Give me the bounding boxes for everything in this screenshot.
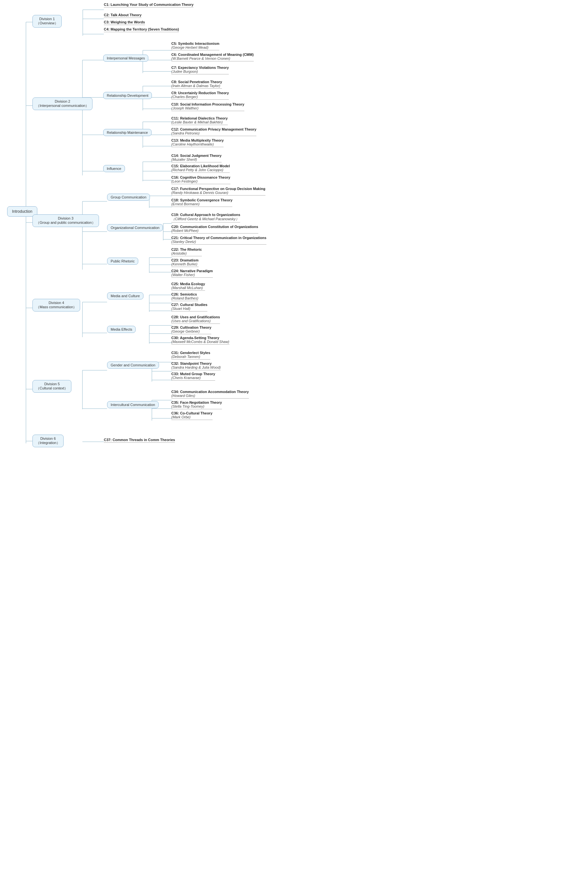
division3-label: Division 3 （Group and public communicati… xyxy=(36,216,95,225)
c36-label: C36: Co-Cultural Theory xyxy=(171,411,213,415)
gender-comm-box: Gender and Communication xyxy=(107,361,159,369)
c32-text: C32: Standpoint Theory (Sandra Harding &… xyxy=(171,361,220,369)
influence-label: Influence xyxy=(107,167,122,170)
c11a-label: (Leslie Baxter & Mikhail Bakhtin) xyxy=(171,120,223,124)
c10-label: C10: Social Information Processing Theor… xyxy=(171,102,244,106)
c15-label: C15: Elaboration Likelihood Model xyxy=(171,164,230,168)
relationship-maint-node: Relationship Maintenance xyxy=(103,129,152,136)
c17-text: C17: Functional Perspective on Group Dec… xyxy=(171,187,266,194)
c23a-label: (Kenneth Burke) xyxy=(171,262,197,266)
c12a-label: (Sandra Petronio) xyxy=(171,131,200,135)
mind-map-diagram: .conn { fill:none; stroke:#8ab4c8; strok… xyxy=(0,0,294,455)
c1-label: C1: Launching Your Study of Communicatio… xyxy=(104,3,194,6)
c14-node: C14: Social Judgment Theory (Muzafer She… xyxy=(171,153,222,163)
c16-text: C16: Cognitive Dissonance Theory (Leon F… xyxy=(171,175,230,183)
c13a-label: (Caroline Haythornthwaite) xyxy=(171,142,214,146)
c26-label: C26: Semiotics xyxy=(171,292,197,296)
c36-node: C36: Co-Cultural Theory (Mark Orbe) xyxy=(171,411,213,421)
interpersonal-messages-label: Interpersonal Messages xyxy=(107,56,145,60)
media-effects-box: Media Effects xyxy=(107,326,136,333)
division2-label: Division 2 （Interpersonal communication） xyxy=(36,99,89,108)
group-comm-node: Group Communication xyxy=(107,194,150,201)
c5-node: C5: Symbolic Interactionism (George Herb… xyxy=(171,42,219,51)
c16-node: C16: Cognitive Dissonance Theory (Leon F… xyxy=(171,175,230,185)
public-rhetoric-box: Public Rhetoric xyxy=(107,257,138,265)
c12-node: C12: Communication Privacy Management Th… xyxy=(171,127,256,137)
c37-label: C37: Common Threads in Comm Theories xyxy=(104,438,175,442)
media-culture-label: Media and Culture xyxy=(111,294,140,298)
c14-text: C14: Social Judgment Theory (Muzafer She… xyxy=(171,153,222,161)
c9-text: C9: Uncertainly Reduction Theory (Charle… xyxy=(171,91,229,99)
division3-node: Division 3 （Group and public communicati… xyxy=(33,214,99,227)
c6-node: C6: Coordinated Management of Meaning (C… xyxy=(171,53,254,62)
c8-node: C8: Social Penetration Theory (Irwin Alt… xyxy=(171,80,222,89)
c15-node: C15: Elaboration Likelihood Model (Richa… xyxy=(171,164,230,173)
c35a-label: (Stella Ting-Toomey) xyxy=(171,405,204,408)
division2-box: Division 2 （Interpersonal communication） xyxy=(33,98,93,110)
c35-node: C35: Face-Negotiation Theory (Stella Tin… xyxy=(171,400,222,410)
c4-text: C4: Mapping the Territory (Seven Traditi… xyxy=(104,27,179,31)
c2-node: C2: Talk About Theory xyxy=(104,13,141,18)
group-comm-box: Group Communication xyxy=(107,194,150,201)
c24-label: C24: Narrative Paradigm xyxy=(171,269,213,273)
c19-text: C19: Cultural Approach to Organizations … xyxy=(171,213,240,221)
c28-node: C28: Uses and Gratifications (Uses and G… xyxy=(171,315,220,325)
c14a-label: (Muzafer Sherif) xyxy=(171,158,197,161)
c17a-label: (Randy Hirokawa & Dennis Gouran) xyxy=(171,191,228,194)
relationship-dev-node: Relationship Development xyxy=(103,92,152,99)
c33-node: C33: Muted Group Theory (Cheris Kramarae… xyxy=(171,372,215,381)
c21-node: C21: Critical Theory of Communication in… xyxy=(171,236,266,245)
c9-node: C9: Uncertainly Reduction Theory (Charle… xyxy=(171,91,229,100)
c10-node: C10: Social Information Processing Theor… xyxy=(171,102,244,112)
c17-node: C17: Functional Perspective on Group Dec… xyxy=(171,187,266,196)
c22-node: C22: The Rhetoric (Aristotle) xyxy=(171,248,202,257)
c25-node: C25: Media Ecology (Marshall McLuhan) xyxy=(171,282,205,291)
c25-label: C25: Media Ecology xyxy=(171,282,205,286)
media-effects-node: Media Effects xyxy=(107,326,136,333)
division3-box: Division 3 （Group and public communicati… xyxy=(33,214,99,227)
public-rhetoric-node: Public Rhetoric xyxy=(107,257,138,265)
relationship-dev-label: Relationship Development xyxy=(107,93,148,98)
c11-text: C11: Relational Dialectics Theory (Lesli… xyxy=(171,116,228,124)
c23-text: C23: Dramatism (Kenneth Burke) xyxy=(171,258,199,266)
intro-label: Introduction xyxy=(12,209,33,214)
c33a-label: (Cheris Kramarae) xyxy=(171,376,201,380)
c34-node: C34: Communication Accommodation Theory … xyxy=(171,390,249,399)
c12-text: C12: Communication Privacy Management Th… xyxy=(171,127,256,135)
gender-comm-label: Gender and Communication xyxy=(111,363,155,367)
c3-label: C3: Weighing the Words xyxy=(104,20,145,24)
c20-label: C20: Communication Constitution of Organ… xyxy=(171,225,258,229)
c24-text: C24: Narrative Paradigm (Walter Fisher) xyxy=(171,269,213,277)
c20-text: C20: Communication Constitution of Organ… xyxy=(171,225,258,233)
c25-text: C25: Media Ecology (Marshall McLuhan) xyxy=(171,282,205,290)
c32-node: C32: Standpoint Theory (Sandra Harding &… xyxy=(171,361,220,371)
c36-text: C36: Co-Cultural Theory (Mark Orbe) xyxy=(171,411,213,419)
c18-node: C18: Symbolic Convergence Theory (Ernest… xyxy=(171,198,232,208)
c28-label: C28: Uses and Gratifications xyxy=(171,315,220,319)
c2-label: C2: Talk About Theory xyxy=(104,13,141,17)
c27a-label: (Stuart Hall) xyxy=(171,307,190,310)
c6a-label: (W.Barnett Pearce & Vernon Cronen) xyxy=(171,57,230,60)
c9a-label: (Charles Berger) xyxy=(171,95,198,99)
c34a-label: (Howard Giles) xyxy=(171,394,195,397)
c23-label: C23: Dramatism xyxy=(171,258,199,262)
c13-node: C13: Media Multiplexity Theory (Caroline… xyxy=(171,138,224,148)
c9-label: C9: Uncertainly Reduction Theory xyxy=(171,91,229,95)
c32a-label: (Sandra Harding & Julia Wood) xyxy=(171,366,220,369)
c29-node: C29: Cultivation Theory (George Gerbner) xyxy=(171,325,211,335)
c7-node: C7: Expectancy Violations Theory (Judee … xyxy=(171,66,229,75)
c4-node: C4: Mapping the Territory (Seven Traditi… xyxy=(104,27,179,33)
gender-comm-node: Gender and Communication xyxy=(107,361,159,369)
c27-label: C27: Cultural Studies xyxy=(171,303,207,307)
c28a-label: (Uses and Gratifications) xyxy=(171,319,211,323)
c13-text: C13: Media Multiplexity Theory (Caroline… xyxy=(171,138,224,146)
media-effects-label: Media Effects xyxy=(111,327,132,331)
c35-text: C35: Face-Negotiation Theory (Stella Tin… xyxy=(171,400,222,408)
c16-label: C16: Cognitive Dissonance Theory xyxy=(171,175,230,179)
c21-label: C21: Critical Theory of Communication in… xyxy=(171,236,266,240)
c2-text: C2: Talk About Theory xyxy=(104,13,141,17)
c15-text: C15: Elaboration Likelihood Model (Richa… xyxy=(171,164,230,172)
c29a-label: (George Gerbner) xyxy=(171,329,200,333)
org-comm-box: Organizational Communication xyxy=(107,224,163,231)
division2-node: Division 2 （Interpersonal communication） xyxy=(33,98,93,110)
